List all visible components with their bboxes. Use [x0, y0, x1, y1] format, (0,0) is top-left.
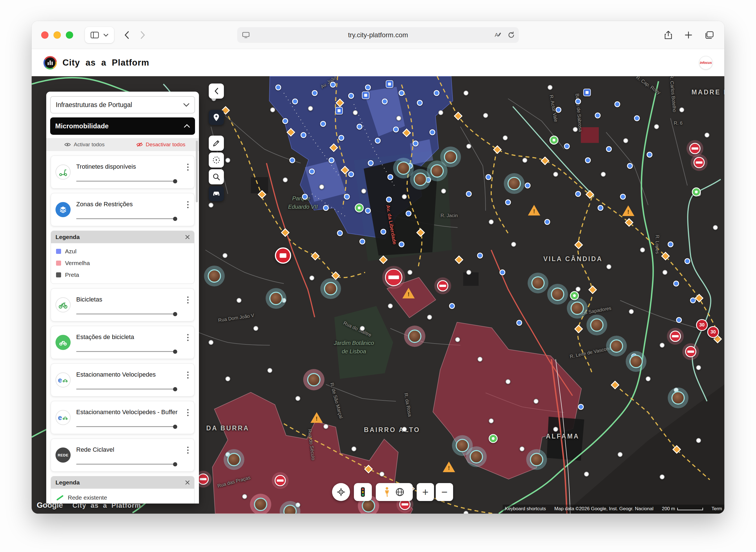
slider-knob[interactable] [173, 462, 177, 466]
route-stop-marker[interactable] [281, 228, 289, 237]
select-area-button[interactable] [209, 152, 224, 167]
section-header-micromobilidade[interactable]: Micromobilidade [50, 117, 195, 135]
poi-marker[interactable] [553, 172, 558, 177]
route-stop-marker[interactable] [329, 143, 338, 152]
deactivate-all-button[interactable]: Desactivar todos [123, 141, 199, 148]
opacity-slider[interactable] [76, 426, 176, 427]
bike-share-marker[interactable] [329, 157, 334, 163]
layer-menu-button[interactable] [186, 200, 190, 209]
poi-marker[interactable] [225, 158, 230, 163]
poi-marker[interactable] [388, 303, 393, 308]
sign-marker[interactable] [583, 89, 591, 96]
poi-marker[interactable] [427, 315, 432, 320]
photo-marker[interactable] [610, 339, 623, 353]
poi-marker[interactable] [489, 220, 494, 225]
close-icon[interactable] [185, 235, 190, 239]
opacity-slider[interactable] [76, 313, 176, 314]
sign-marker[interactable] [362, 92, 369, 99]
bike-share-marker[interactable] [505, 199, 511, 205]
station-pin-marker[interactable] [550, 136, 559, 145]
opacity-slider[interactable] [76, 389, 176, 390]
poi-marker[interactable] [295, 503, 300, 508]
layer-menu-button[interactable] [186, 408, 190, 417]
bike-share-marker[interactable] [323, 205, 329, 211]
poi-marker[interactable] [705, 133, 710, 138]
poi-marker[interactable] [441, 188, 446, 193]
photo-marker[interactable] [430, 164, 444, 178]
map-canvas[interactable]: VILA CÂNDIDABAIRRO ALTOALFAMADA BURRAMAD… [32, 76, 724, 514]
poi-marker[interactable] [455, 337, 460, 342]
poi-marker[interactable] [477, 357, 482, 362]
poi-marker[interactable] [548, 85, 553, 90]
poi-marker[interactable] [679, 107, 684, 112]
poi-marker[interactable] [654, 124, 659, 129]
activate-all-button[interactable]: Activar todos [46, 141, 123, 148]
no-entry-marker[interactable] [670, 331, 681, 342]
route-stop-marker[interactable] [585, 190, 594, 199]
tab-overview-icon[interactable] [705, 31, 714, 39]
minimize-window-button[interactable] [53, 31, 61, 39]
sidebar-scrollbar[interactable] [196, 141, 198, 202]
no-entry-marker[interactable] [437, 280, 448, 291]
poi-marker[interactable] [696, 365, 701, 370]
bike-share-marker[interactable] [575, 191, 581, 197]
terms-link[interactable]: Term [712, 506, 722, 512]
bike-share-marker[interactable] [647, 152, 652, 158]
poi-marker[interactable] [463, 511, 468, 514]
poi-marker[interactable] [353, 110, 358, 115]
photo-marker[interactable] [629, 355, 643, 368]
poi-marker[interactable] [522, 158, 527, 163]
bike-share-marker[interactable] [359, 239, 365, 245]
back-button[interactable] [124, 31, 129, 39]
bike-share-marker[interactable] [330, 82, 336, 88]
photo-marker[interactable] [283, 505, 297, 514]
route-stop-marker[interactable] [661, 252, 670, 260]
route-stop-marker[interactable] [331, 271, 340, 280]
poi-marker[interactable] [646, 376, 651, 381]
photo-marker[interactable] [254, 498, 267, 511]
route-stop-marker[interactable] [364, 464, 373, 473]
poi-marker[interactable] [253, 326, 258, 331]
bike-share-marker[interactable] [393, 127, 399, 133]
close-window-button[interactable] [41, 31, 48, 39]
photo-marker[interactable] [531, 276, 545, 290]
poi-marker[interactable] [489, 418, 494, 423]
poi-marker[interactable] [623, 138, 628, 143]
route-stop-marker[interactable] [454, 112, 462, 120]
sign-marker[interactable] [335, 107, 343, 115]
bike-share-marker[interactable] [276, 85, 281, 91]
route-stop-marker[interactable] [416, 228, 425, 237]
zoom-window-button[interactable] [66, 31, 73, 39]
layer-menu-button[interactable] [186, 162, 190, 172]
photo-marker[interactable] [470, 450, 483, 463]
bike-share-marker[interactable] [466, 191, 472, 197]
opacity-slider[interactable] [76, 351, 176, 352]
bike-share-marker[interactable] [381, 229, 387, 235]
poi-marker[interactable] [696, 438, 701, 443]
bike-share-marker[interactable] [365, 208, 371, 214]
zoom-out-button[interactable]: − [436, 483, 453, 501]
photo-marker[interactable] [671, 391, 685, 405]
bike-share-marker[interactable] [434, 90, 440, 96]
poi-marker[interactable] [351, 446, 356, 451]
poi-marker[interactable] [606, 264, 611, 269]
layer-menu-button[interactable] [186, 371, 190, 380]
bike-share-marker[interactable] [634, 115, 640, 121]
station-pin-marker[interactable] [692, 187, 701, 196]
poi-marker[interactable] [438, 110, 443, 115]
layer-menu-button[interactable] [186, 295, 190, 305]
poi-marker[interactable] [534, 399, 539, 404]
poi-marker[interactable] [640, 247, 645, 253]
region-select[interactable]: Infraestruturas de Portugal [50, 96, 195, 114]
bike-share-marker[interactable] [338, 135, 344, 141]
route-stop-marker[interactable] [695, 294, 703, 302]
photo-marker[interactable] [408, 329, 422, 343]
route-stop-marker[interactable] [625, 218, 633, 227]
poi-marker[interactable] [208, 340, 213, 345]
poi-marker[interactable] [573, 127, 578, 132]
poi-marker[interactable] [242, 494, 247, 499]
poi-marker[interactable] [283, 177, 288, 182]
layer-menu-button[interactable] [186, 445, 190, 455]
bike-share-marker[interactable] [627, 163, 633, 169]
translate-icon[interactable]: A [494, 31, 503, 39]
